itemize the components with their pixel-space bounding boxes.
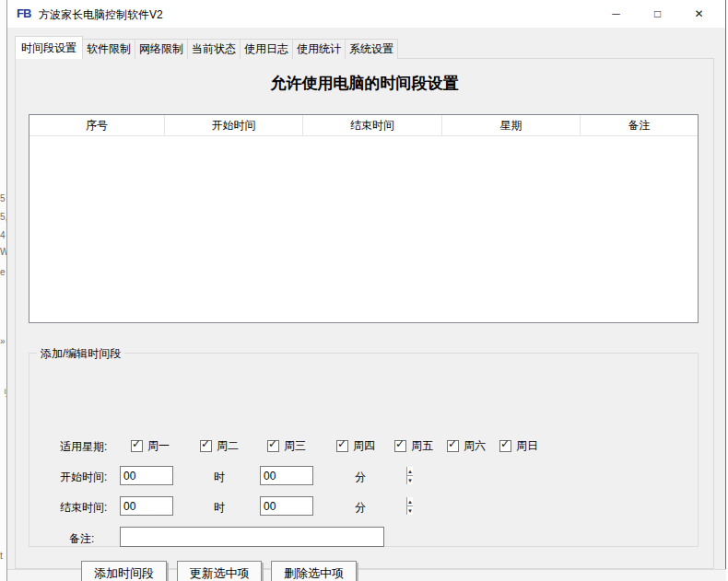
minute-unit-label: 分 <box>355 500 366 516</box>
start-time-label: 开始时间: <box>60 470 107 485</box>
app-window: FB 方波家长电脑控制软件V2 ─ □ ✕ 时间段设置 软件限制 网络限制 当前… <box>7 0 726 581</box>
weekday-checkbox-sun[interactable]: ✓ 周日 <box>499 438 538 454</box>
tab-network-restrictions[interactable]: 网络限制 <box>135 39 188 59</box>
checkbox-checked-icon: ✓ <box>267 440 279 452</box>
tab-usage-log[interactable]: 使用日志 <box>240 39 293 59</box>
spin-up-icon[interactable]: ▲ <box>407 467 413 476</box>
delete-selected-button[interactable]: 删除选中项 <box>271 561 357 581</box>
column-header-remark[interactable]: 备注 <box>581 115 698 135</box>
clipped-text-fragment: 5, <box>0 212 6 222</box>
checkbox-label: 周二 <box>217 438 239 454</box>
spin-down-icon[interactable]: ▼ <box>407 476 413 484</box>
end-hour-stepper[interactable]: ▲ ▼ <box>120 496 173 516</box>
checkbox-label: 周一 <box>147 438 170 454</box>
spin-buttons: ▲ ▼ <box>406 467 413 484</box>
table-header-row: 序号 开始时间 结束时间 星期 备注 <box>29 115 698 136</box>
start-hour-input[interactable] <box>121 467 266 484</box>
tab-software-restrictions[interactable]: 软件限制 <box>82 39 135 59</box>
tab-page-time-period: 允许使用电脑的时间段设置 序号 开始时间 结束时间 星期 备注 添加/编辑时间段… <box>15 58 714 569</box>
checkbox-checked-icon: ✓ <box>499 440 511 452</box>
tab-system-settings[interactable]: 系统设置 <box>345 39 398 59</box>
end-time-label: 结束时间: <box>60 500 107 516</box>
tab-bar: 时间段设置 软件限制 网络限制 当前状态 使用日志 使用统计 系统设置 <box>15 36 397 59</box>
weekday-checkbox-wed[interactable]: ✓ 周三 <box>267 438 306 454</box>
spin-down-icon[interactable]: ▼ <box>407 506 413 515</box>
clipped-text-fragment: 刂 <box>0 387 6 400</box>
checkbox-checked-icon: ✓ <box>394 440 406 452</box>
title-bar[interactable]: FB 方波家长电脑控制软件V2 ─ □ ✕ <box>7 0 725 28</box>
add-time-period-button[interactable]: 添加时间段 <box>81 561 167 581</box>
checkbox-checked-icon: ✓ <box>447 440 459 452</box>
start-hour-stepper[interactable]: ▲ ▼ <box>120 466 173 485</box>
page-title: 允许使用电脑的时间段设置 <box>16 73 713 94</box>
tab-current-status[interactable]: 当前状态 <box>187 39 241 59</box>
checkbox-label: 周六 <box>464 438 486 454</box>
weekday-checkbox-mon[interactable]: ✓ 周一 <box>131 438 170 454</box>
clipped-text-fragment: e <box>0 267 6 277</box>
clipped-text-fragment: 5 <box>0 193 6 203</box>
clipped-text-fragment: » <box>0 336 6 346</box>
checkbox-label: 周四 <box>353 438 375 454</box>
hour-unit-label: 时 <box>214 500 225 516</box>
app-logo-icon: FB <box>17 6 30 20</box>
window-title: 方波家长电脑控制软件V2 <box>39 7 163 23</box>
maximize-button[interactable]: □ <box>637 0 678 28</box>
end-minute-stepper[interactable]: ▲ ▼ <box>260 496 313 516</box>
table-body-empty[interactable] <box>29 137 698 322</box>
end-minute-input[interactable] <box>261 497 406 515</box>
weekday-checkbox-sat[interactable]: ✓ 周六 <box>447 438 486 454</box>
start-minute-stepper[interactable]: ▲ ▼ <box>260 466 313 485</box>
background-window-sliver: 5 5, 4 W e » 刂 t <box>0 0 7 581</box>
spin-buttons: ▲ ▼ <box>406 497 413 515</box>
start-minute-input[interactable] <box>261 467 406 484</box>
checkbox-checked-icon: ✓ <box>336 440 348 452</box>
groupbox-label: 添加/编辑时间段 <box>37 346 124 362</box>
checkbox-label: 周三 <box>284 438 306 454</box>
column-header-start-time[interactable]: 开始时间 <box>165 115 303 135</box>
end-hour-input[interactable] <box>121 497 266 515</box>
checkbox-checked-icon: ✓ <box>131 440 143 452</box>
weekday-checkbox-fri[interactable]: ✓ 周五 <box>394 438 433 454</box>
checkbox-label: 周五 <box>411 438 433 454</box>
column-header-end-time[interactable]: 结束时间 <box>303 115 442 135</box>
clipped-text-fragment: 4 <box>0 230 6 240</box>
remark-label: 备注: <box>69 531 94 547</box>
clipped-text-fragment: W <box>0 247 6 257</box>
weekday-checkbox-tue[interactable]: ✓ 周二 <box>200 438 239 454</box>
minute-unit-label: 分 <box>355 470 366 485</box>
window-controls: ─ □ ✕ <box>595 0 720 28</box>
column-header-index[interactable]: 序号 <box>29 115 165 135</box>
hour-unit-label: 时 <box>214 470 225 485</box>
update-selected-button[interactable]: 更新选中项 <box>177 561 262 581</box>
tab-time-period-settings[interactable]: 时间段设置 <box>15 36 83 59</box>
checkbox-label: 周日 <box>516 438 538 454</box>
add-edit-groupbox: 添加/编辑时间段 适用星期: ✓ 周一 ✓ 周二 ✓ 周三 ✓ 周四 <box>29 353 699 547</box>
time-period-table[interactable]: 序号 开始时间 结束时间 星期 备注 <box>29 114 699 323</box>
column-header-weekday[interactable]: 星期 <box>442 115 581 135</box>
spin-up-icon[interactable]: ▲ <box>407 497 413 506</box>
remark-input[interactable] <box>120 527 384 547</box>
checkbox-checked-icon: ✓ <box>200 440 212 452</box>
minimize-button[interactable]: ─ <box>595 0 637 28</box>
weekdays-label: 适用星期: <box>60 439 107 455</box>
weekday-checkbox-thu[interactable]: ✓ 周四 <box>336 438 375 454</box>
clipped-text-fragment: t <box>0 551 6 561</box>
close-button[interactable]: ✕ <box>678 0 720 28</box>
tab-usage-statistics[interactable]: 使用统计 <box>292 39 346 59</box>
screen: 5 5, 4 W e » 刂 t FB 方波家长电脑控制软件V2 ─ □ ✕ 时… <box>0 0 728 581</box>
